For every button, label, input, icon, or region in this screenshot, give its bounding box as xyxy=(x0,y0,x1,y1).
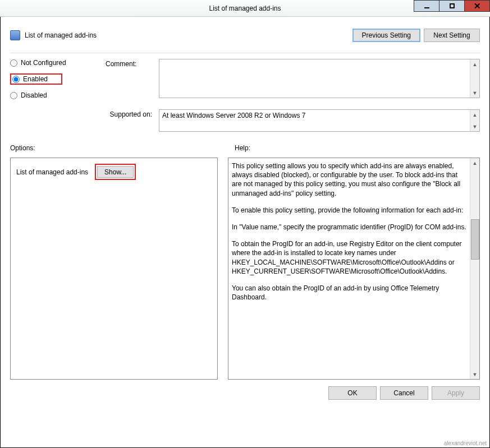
scroll-up-icon[interactable]: ▲ xyxy=(470,59,479,69)
help-scrollbar[interactable]: ▲ ▼ xyxy=(470,158,479,379)
scroll-down-icon[interactable]: ▼ xyxy=(470,370,479,379)
ok-button[interactable]: OK xyxy=(328,386,377,400)
radio-not-configured[interactable]: Not Configured xyxy=(10,59,106,67)
policy-icon xyxy=(10,30,20,40)
help-pane: This policy setting allows you to specif… xyxy=(228,158,480,380)
options-heading: Options: xyxy=(10,144,235,152)
policy-title: List of managed add-ins xyxy=(25,31,97,39)
next-setting-button[interactable]: Next Setting xyxy=(424,29,480,42)
help-paragraph: To enable this policy setting, provide t… xyxy=(232,206,467,215)
cancel-button[interactable]: Cancel xyxy=(380,386,428,400)
scroll-thumb[interactable] xyxy=(471,219,479,260)
maximize-button[interactable] xyxy=(439,0,465,12)
help-text: This policy setting allows you to specif… xyxy=(232,161,467,376)
apply-button[interactable]: Apply xyxy=(432,386,480,400)
supported-on-textbox: At least Windows Server 2008 R2 or Windo… xyxy=(159,109,480,132)
help-paragraph: This policy setting allows you to specif… xyxy=(232,161,467,198)
scroll-up-icon[interactable]: ▲ xyxy=(470,158,479,168)
watermark: alexandreviot.net xyxy=(444,440,487,446)
close-button[interactable]: ✕ xyxy=(464,0,490,12)
help-paragraph: You can also obtain the ProgID of an add… xyxy=(232,284,467,302)
comment-textbox[interactable]: ▲ ▼ xyxy=(159,59,480,98)
scroll-up-icon[interactable]: ▲ xyxy=(470,110,479,119)
radio-enabled-input[interactable] xyxy=(12,76,20,83)
radio-disabled[interactable]: Disabled xyxy=(10,91,106,99)
supported-on-label: Supported on: xyxy=(10,109,159,132)
scroll-down-icon[interactable]: ▼ xyxy=(470,88,479,98)
scroll-down-icon[interactable]: ▼ xyxy=(470,122,479,131)
radio-enabled[interactable]: Enabled xyxy=(12,75,48,83)
previous-setting-button[interactable]: Previous Setting xyxy=(352,29,420,42)
options-pane: List of managed add-ins Show... xyxy=(10,158,218,380)
minimize-button[interactable] xyxy=(414,0,439,12)
supported-on-value: At least Windows Server 2008 R2 or Windo… xyxy=(159,110,479,121)
radio-disabled-input[interactable] xyxy=(10,92,17,99)
radio-not-configured-input[interactable] xyxy=(10,59,17,67)
divider xyxy=(10,53,480,53)
help-heading: Help: xyxy=(235,144,250,152)
titlebar: List of managed add-ins ✕ xyxy=(0,0,490,17)
supported-scrollbar[interactable]: ▲ ▼ xyxy=(470,110,479,131)
radio-disabled-label: Disabled xyxy=(21,91,47,99)
comment-value xyxy=(159,59,479,63)
comment-label: Comment: xyxy=(106,60,136,68)
help-paragraph: In "Value name," specify the programmati… xyxy=(232,223,467,232)
show-button[interactable]: Show... xyxy=(97,166,134,178)
comment-scrollbar[interactable]: ▲ ▼ xyxy=(470,59,479,98)
radio-enabled-label: Enabled xyxy=(23,75,48,83)
options-item-label: List of managed add-ins xyxy=(16,168,88,176)
radio-not-configured-label: Not Configured xyxy=(21,59,66,67)
window-controls: ✕ xyxy=(414,0,490,12)
help-paragraph: To obtain the ProgID for an add-in, use … xyxy=(232,239,467,276)
highlight-enabled: Enabled xyxy=(10,73,62,85)
highlight-show: Show... xyxy=(95,164,136,180)
